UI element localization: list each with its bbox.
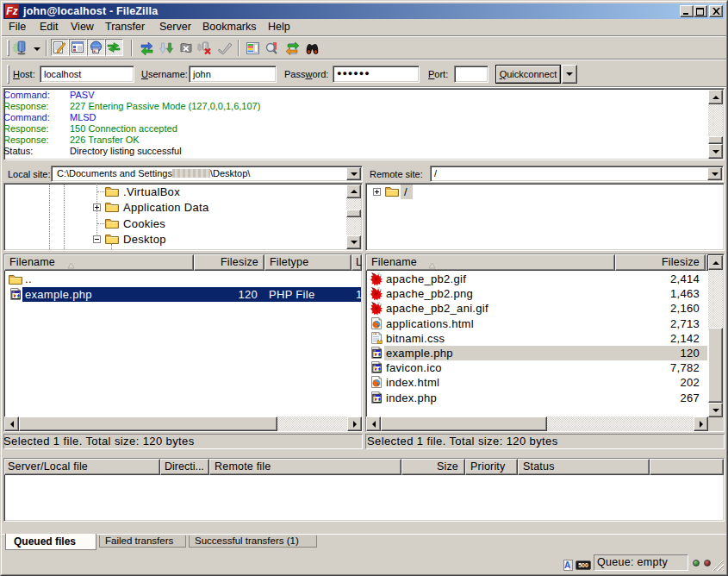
svg-text:A: A — [564, 560, 570, 570]
